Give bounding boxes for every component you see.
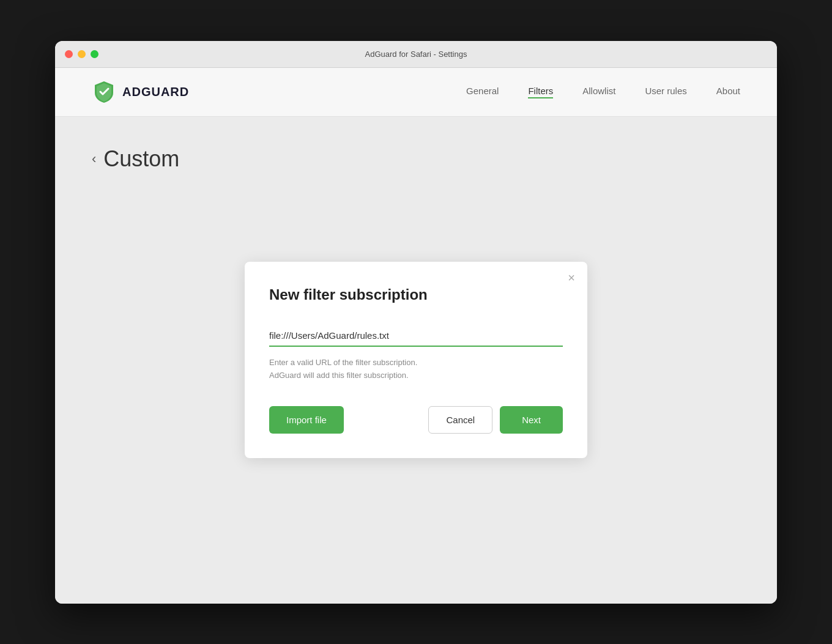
modal-actions: Import file Cancel Next — [269, 406, 563, 434]
hint-text: Enter a valid URL of the filter subscrip… — [269, 357, 563, 382]
import-file-button[interactable]: Import file — [269, 406, 344, 434]
next-button[interactable]: Next — [500, 406, 563, 434]
close-button[interactable] — [65, 50, 73, 58]
modal-overlay: × New filter subscription Enter a valid … — [55, 117, 777, 604]
modal-title: New filter subscription — [269, 286, 563, 303]
titlebar: AdGuard for Safari - Settings — [55, 41, 777, 68]
logo: ADGUARD — [92, 80, 189, 104]
adguard-logo-icon — [92, 80, 116, 104]
modal-dialog: × New filter subscription Enter a valid … — [245, 262, 587, 459]
content-area: ‹ Custom × New filter subscription Enter… — [55, 117, 777, 604]
nav-filters[interactable]: Filters — [528, 86, 553, 98]
header: ADGUARD General Filters Allowlist User r… — [55, 68, 777, 117]
app-window: AdGuard for Safari - Settings ADGUARD Ge… — [55, 41, 777, 604]
nav-allowlist[interactable]: Allowlist — [582, 86, 615, 98]
confirm-buttons: Cancel Next — [428, 406, 563, 434]
window-title: AdGuard for Safari - Settings — [365, 50, 467, 59]
logo-text: ADGUARD — [122, 85, 189, 99]
url-input-wrapper — [269, 325, 563, 347]
minimize-button[interactable] — [78, 50, 86, 58]
cancel-button[interactable]: Cancel — [428, 406, 492, 434]
main-nav: General Filters Allowlist User rules Abo… — [466, 86, 740, 98]
nav-about[interactable]: About — [716, 86, 740, 98]
maximize-button[interactable] — [91, 50, 98, 58]
url-input[interactable] — [269, 325, 563, 347]
nav-user-rules[interactable]: User rules — [645, 86, 686, 98]
nav-general[interactable]: General — [466, 86, 499, 98]
modal-close-button[interactable]: × — [568, 272, 575, 284]
window-controls — [65, 50, 98, 58]
